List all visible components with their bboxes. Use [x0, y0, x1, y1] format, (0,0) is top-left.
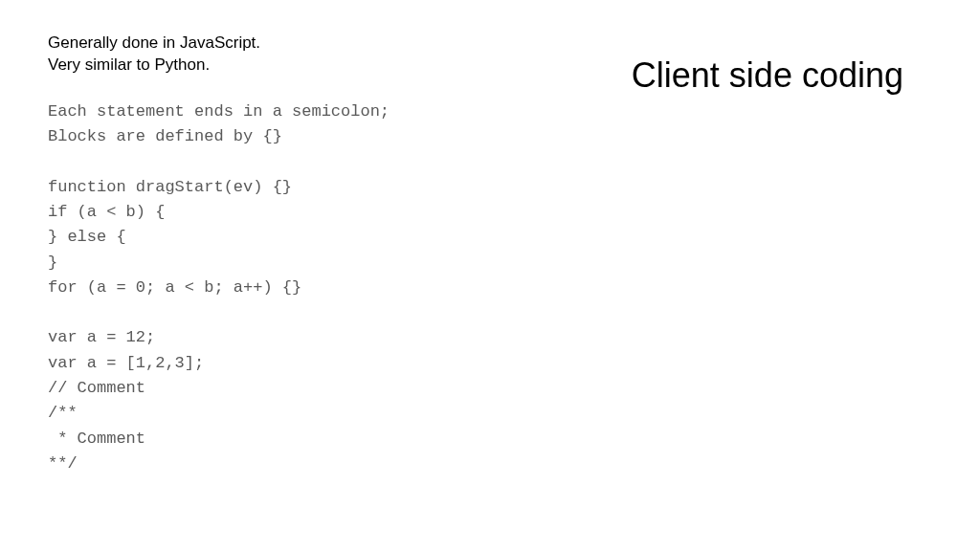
code-line: for (a = 0; a < b; a++) {}	[48, 276, 526, 300]
code-line: } else {	[48, 225, 526, 250]
code-line: Each statement ends in a semicolon;	[48, 99, 526, 124]
code-line: if (a < b) {	[48, 200, 526, 225]
code-line: Blocks are defined by {}	[48, 124, 526, 149]
slide-title: Client side coding	[632, 55, 903, 96]
code-line: /**	[48, 401, 526, 426]
code-line: var a = 12;	[48, 325, 526, 350]
intro-line-2: Very similar to Python.	[48, 55, 526, 77]
code-blank	[48, 150, 526, 175]
code-line: **/	[48, 452, 526, 476]
code-line: // Comment	[48, 376, 526, 401]
code-block: Each statement ends in a semicolon; Bloc…	[48, 99, 526, 476]
code-line: * Comment	[48, 427, 526, 452]
code-line: }	[48, 251, 526, 276]
code-line: var a = [1,2,3];	[48, 351, 526, 376]
code-blank	[48, 300, 526, 325]
content-area: Generally done in JavaScript. Very simil…	[48, 33, 526, 476]
code-line: function dragStart(ev) {}	[48, 175, 526, 200]
intro-line-1: Generally done in JavaScript.	[48, 33, 526, 55]
